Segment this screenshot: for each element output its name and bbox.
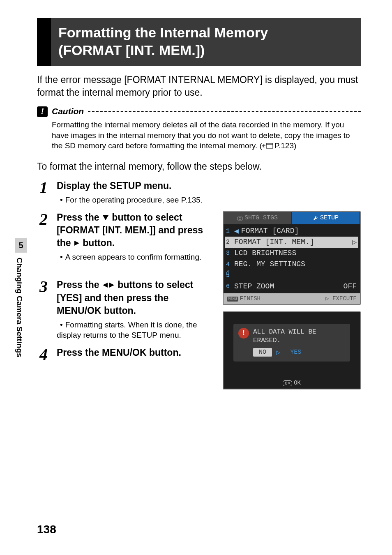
- menu-row-reg-row5: 5 REG. MY SETTINGS: [225, 270, 358, 281]
- section-title-banner: Formatting the Internal Memory (FORMAT […: [37, 18, 361, 66]
- right-triangle-icon: [74, 240, 80, 246]
- caution-text: Formatting the internal memory deletes a…: [52, 120, 361, 151]
- confirm-footer: O×OK: [224, 380, 360, 386]
- page-number: 138: [37, 523, 56, 536]
- row-label: REG. MY SETTINGS: [234, 260, 357, 268]
- step-3-title-a: Press the: [57, 279, 102, 290]
- row-label: LCD BRIGHTNESS: [234, 249, 357, 257]
- camera-confirm-dialog-screenshot: ALL DATA WILL BE ERASED. NO ▷ YES O×OK: [223, 311, 361, 389]
- bullet-icon: •: [60, 320, 63, 329]
- row-value: OFF: [344, 282, 357, 290]
- svg-marker-1: [74, 241, 79, 246]
- step-1-title: Display the SETUP menu.: [57, 180, 361, 192]
- step-4-title: Press the MENU/OK button.: [57, 346, 215, 359]
- tab-shooting-label: SHTG STGS: [244, 214, 278, 221]
- reference-hand-icon: [262, 142, 274, 150]
- title-accent-bar: [37, 18, 51, 66]
- step-1-sub: For the operating procedure, see P.135.: [65, 196, 203, 204]
- menu-footer: MENUFINISH ▷ EXECUTE: [224, 293, 360, 304]
- confirm-dialog: ALL DATA WILL BE ERASED. NO ▷ YES: [233, 324, 350, 362]
- step-1-number: 1: [37, 180, 50, 196]
- confirm-msg-1: ALL DATA WILL BE: [253, 328, 316, 336]
- execute-arrow-icon: ▷: [325, 295, 329, 302]
- bullet-icon: •: [60, 196, 63, 204]
- step-2-number: 2: [37, 211, 50, 228]
- down-triangle-icon: [102, 214, 109, 221]
- step-3-number: 3: [37, 279, 50, 295]
- svg-point-5: [239, 217, 241, 219]
- row-index: 6: [226, 283, 232, 290]
- row-index: 3: [226, 250, 232, 257]
- right-triangle-icon: [108, 282, 115, 288]
- row-index: 1: [226, 228, 232, 235]
- confirm-ok-label: OK: [294, 380, 301, 386]
- caution-text-b: P.123): [274, 141, 297, 150]
- svg-marker-3: [109, 283, 114, 288]
- title-line-1: Formatting the Internal Memory: [58, 25, 268, 40]
- row-index: 2: [226, 239, 232, 246]
- tab-setup: SETUP: [292, 212, 360, 224]
- title-line-2: (FORMAT [INT. MEM.]): [58, 42, 205, 58]
- row-label: FORMAT [CARD]: [241, 227, 357, 235]
- step-3-sub: Formatting starts. When it is done, the …: [57, 320, 197, 340]
- right-mark-icon: ▷: [352, 237, 357, 246]
- intro-paragraph: If the error message [FORMAT INTERNAL ME…: [37, 74, 361, 99]
- menu-row-step-zoom: 6 STEP ZOOM OFF: [225, 281, 358, 292]
- side-chapter-tab: 5 Changing Camera Settings: [15, 238, 27, 384]
- confirm-msg-2: ERASED.: [253, 337, 281, 344]
- row-label: STEP ZOOM: [234, 282, 341, 290]
- caution-rule: [88, 106, 361, 112]
- row-index: 5: [226, 272, 232, 279]
- tab-setup-label: SETUP: [320, 214, 339, 221]
- step-2: 2 Press the button to select [FORMAT [IN…: [37, 211, 215, 263]
- row-label: FORMAT [INT. MEM.]: [234, 238, 350, 246]
- caution-text-a: Formatting the internal memory deletes a…: [52, 120, 350, 150]
- step-1: 1 Display the SETUP menu. •For the opera…: [37, 180, 361, 205]
- camera-setup-menu-screenshot: SHTG STGS SETUP 1 ◀ FORMAT [CARD] 2: [223, 211, 361, 305]
- warning-icon: [238, 328, 249, 339]
- instruction-line: To format the internal memory, follow th…: [37, 161, 361, 172]
- step-2-title-a: Press the: [57, 212, 102, 223]
- footer-execute: EXECUTE: [332, 295, 357, 302]
- bullet-icon: •: [60, 253, 63, 261]
- step-2-sub: A screen appears to confirm formatting.: [65, 253, 202, 261]
- row-index: 4: [226, 261, 232, 268]
- step-3: 3 Press the buttons to select [YES] and …: [37, 279, 215, 340]
- caution-icon: [37, 106, 48, 117]
- chapter-number: 5: [15, 238, 27, 253]
- confirm-yes-button: YES: [284, 348, 307, 357]
- confirm-no-button: NO: [253, 348, 272, 357]
- step-2-title: Press the button to select [FORMAT [INT.…: [57, 211, 215, 249]
- menu-row-format-int-mem: 2 FORMAT [INT. MEM.] ▷: [225, 237, 358, 248]
- step-4-number: 4: [37, 346, 50, 363]
- chapter-label: Changing Camera Settings: [15, 253, 24, 384]
- ok-button-icon: O×: [283, 380, 292, 386]
- wrench-icon: [313, 215, 318, 221]
- menu-row-reg-my-settings: 4 REG. MY SETTINGS: [225, 259, 358, 270]
- right-arrow-icon: ▷: [276, 348, 280, 357]
- menu-row-format-card: 1 ◀ FORMAT [CARD]: [225, 226, 358, 237]
- caution-heading: Caution: [37, 106, 361, 117]
- caution-label: Caution: [52, 106, 84, 116]
- menu-row-lcd-brightness: 3 LCD BRIGHTNESS: [225, 248, 358, 259]
- menu-button-icon: MENU: [227, 297, 238, 302]
- step-2-title-c: button.: [80, 237, 115, 248]
- tab-shooting-settings: SHTG STGS: [224, 212, 292, 224]
- svg-marker-0: [103, 215, 108, 220]
- left-triangle-icon: [102, 282, 108, 288]
- svg-marker-2: [103, 283, 108, 288]
- camera-icon: [237, 216, 243, 221]
- step-4: 4 Press the MENU/OK button.: [37, 346, 215, 363]
- footer-finish: FINISH: [240, 295, 261, 302]
- left-mark-icon: ◀: [234, 226, 239, 235]
- step-3-title: Press the buttons to select [YES] and th…: [57, 279, 215, 317]
